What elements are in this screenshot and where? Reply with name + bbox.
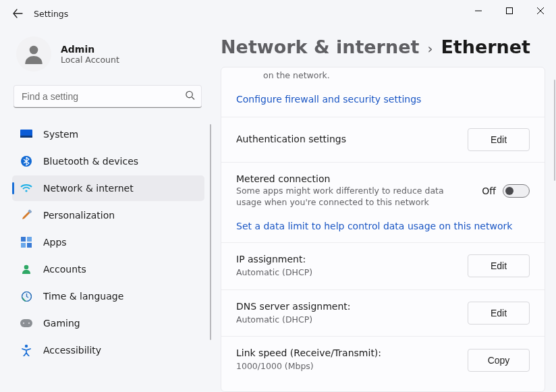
svg-point-18: [25, 345, 28, 347]
speed-label: Link speed (Receive/Transmit):: [236, 347, 455, 358]
nav-label: Apps: [43, 237, 67, 248]
clock-icon: [20, 290, 32, 302]
back-button[interactable]: [11, 7, 24, 20]
settings-panel: on the network. Configure firewall and s…: [221, 67, 545, 392]
maximize-icon: [506, 7, 513, 14]
user-name: Admin: [61, 44, 119, 55]
arrow-left-icon: [12, 8, 23, 19]
svg-point-6: [25, 190, 27, 192]
auth-edit-button[interactable]: Edit: [468, 128, 530, 151]
profile-fragment: on the network.: [263, 67, 530, 82]
svg-rect-8: [21, 237, 26, 242]
data-limit-link[interactable]: Set a data limit to help control data us…: [236, 221, 530, 231]
metered-toggle-wrap: Off: [482, 184, 530, 198]
window-controls: [463, 0, 556, 22]
search-box: [13, 85, 202, 108]
svg-point-1: [30, 46, 38, 55]
close-icon: [537, 7, 544, 14]
dns-label: DNS server assignment:: [236, 301, 455, 312]
sidebar-scrollbar[interactable]: [210, 124, 211, 340]
ip-edit-button[interactable]: Edit: [468, 254, 530, 277]
nav-label: Network & internet: [43, 183, 134, 194]
breadcrumb-current: Ethernet: [441, 36, 530, 57]
wifi-icon: [20, 182, 32, 194]
svg-point-12: [24, 265, 29, 270]
ip-label: IP assignment:: [236, 254, 455, 264]
svg-rect-11: [27, 243, 32, 248]
sidebar-item-bluetooth[interactable]: Bluetooth & devices: [12, 148, 204, 174]
nav-label: Time & language: [43, 291, 123, 302]
dns-value: Automatic (DHCP): [236, 314, 455, 326]
auth-section: Authentication settings Edit: [221, 117, 545, 163]
sidebar-item-accounts[interactable]: Accounts: [12, 256, 204, 282]
svg-point-17: [28, 323, 30, 324]
main-scrollbar[interactable]: [554, 80, 555, 181]
svg-rect-4: [20, 136, 32, 138]
user-icon: [22, 42, 46, 66]
sidebar: Admin Local Account System Bluetooth & d…: [12, 27, 211, 392]
window-title: Settings: [34, 9, 68, 19]
nav: System Bluetooth & devices Network & int…: [12, 121, 211, 392]
metered-sub: Some apps might work differently to redu…: [236, 186, 470, 208]
sidebar-item-apps[interactable]: Apps: [12, 229, 204, 255]
dns-edit-button[interactable]: Edit: [468, 302, 530, 325]
metered-label: Metered connection: [236, 173, 470, 184]
titlebar: Settings: [0, 0, 556, 27]
firewall-link[interactable]: Configure firewall and security settings: [236, 94, 530, 105]
avatar: [16, 36, 51, 72]
auth-label: Authentication settings: [236, 134, 455, 144]
breadcrumb: Network & internet › Ethernet: [221, 36, 545, 67]
metered-toggle[interactable]: [503, 184, 530, 198]
sidebar-item-network[interactable]: Network & internet: [12, 175, 204, 201]
user-block[interactable]: Admin Local Account: [12, 27, 211, 84]
user-sub: Local Account: [61, 55, 119, 65]
maximize-button[interactable]: [494, 0, 525, 22]
apps-icon: [20, 236, 32, 248]
nav-label: Accessibility: [43, 345, 101, 356]
ip-section: IP assignment: Automatic (DHCP) Edit: [221, 243, 545, 290]
chevron-right-icon: ›: [427, 40, 433, 57]
accounts-icon: [20, 263, 32, 275]
svg-rect-9: [27, 237, 32, 242]
speed-copy-button[interactable]: Copy: [468, 349, 530, 372]
metered-section: Metered connection Some apps might work …: [221, 163, 545, 243]
main: Network & internet › Ethernet on the net…: [211, 27, 556, 392]
svg-point-2: [186, 91, 192, 97]
gaming-icon: [20, 317, 32, 329]
search-input[interactable]: [13, 85, 202, 108]
brush-icon: [20, 209, 32, 221]
close-button[interactable]: [525, 0, 556, 22]
nav-label: System: [43, 129, 78, 140]
minimize-icon: [475, 7, 482, 14]
nav-label: Personalization: [43, 210, 115, 221]
sidebar-item-time[interactable]: Time & language: [12, 283, 204, 309]
svg-rect-10: [21, 243, 26, 248]
speed-section: Link speed (Receive/Transmit): 1000/1000…: [221, 337, 545, 383]
network-profile-section: on the network. Configure firewall and s…: [221, 67, 545, 117]
minimize-button[interactable]: [463, 0, 494, 22]
sidebar-item-personalization[interactable]: Personalization: [12, 202, 204, 228]
speed-value: 1000/1000 (Mbps): [236, 361, 455, 372]
accessibility-icon: [20, 344, 32, 356]
search-icon: [185, 90, 195, 103]
sidebar-item-accessibility[interactable]: Accessibility: [12, 337, 204, 363]
bluetooth-icon: [20, 155, 32, 167]
svg-rect-15: [20, 319, 32, 327]
metered-toggle-label: Off: [482, 186, 496, 196]
svg-point-16: [23, 323, 24, 324]
sidebar-item-system[interactable]: System: [12, 121, 204, 147]
svg-rect-0: [507, 8, 513, 14]
nav-label: Gaming: [43, 318, 80, 329]
system-icon: [20, 128, 32, 140]
nav-label: Accounts: [43, 264, 86, 275]
sidebar-item-gaming[interactable]: Gaming: [12, 310, 204, 336]
ip-value: Automatic (DHCP): [236, 267, 455, 279]
dns-section: DNS server assignment: Automatic (DHCP) …: [221, 290, 545, 337]
breadcrumb-parent[interactable]: Network & internet: [221, 36, 419, 57]
nav-label: Bluetooth & devices: [43, 156, 138, 167]
